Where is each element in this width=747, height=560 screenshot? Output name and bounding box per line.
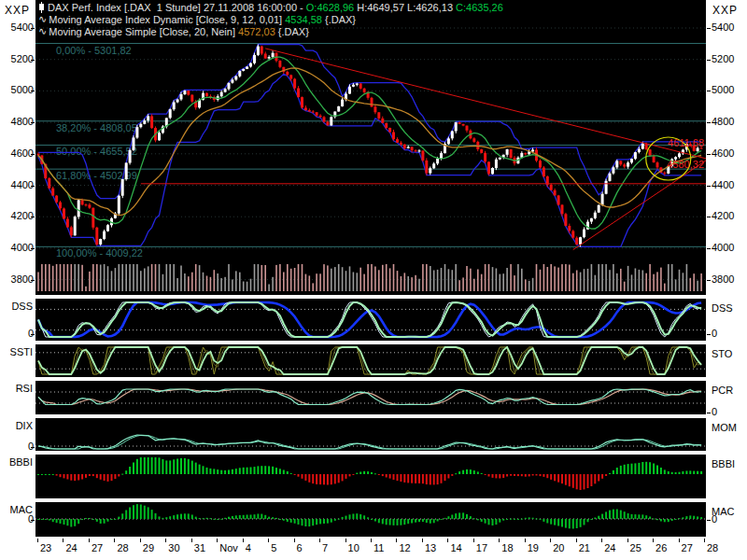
panel-label-left: DIX xyxy=(16,420,33,431)
y-axis-label: 3800 xyxy=(712,273,734,285)
time-axis-tick xyxy=(627,539,628,542)
zero-label: 0 xyxy=(28,513,34,525)
axis-tick xyxy=(31,248,35,249)
time-axis-label: 29 xyxy=(143,542,154,553)
indicator-panel-dix[interactable] xyxy=(35,418,706,451)
time-axis-label: 18 xyxy=(501,542,513,553)
panel-label-right: PCR xyxy=(712,385,733,396)
zero-label: 0 xyxy=(712,328,717,339)
time-axis-tick xyxy=(345,539,346,542)
y-axis-label: 5200 xyxy=(712,53,734,64)
legend-text: O:4628,96 xyxy=(306,2,354,13)
time-axis-tick xyxy=(165,539,166,542)
axis-tick xyxy=(707,91,711,91)
legend-row: ∿Moving Average Index Dynamic [Close, 9,… xyxy=(37,13,503,25)
legend-text: {.DAX} xyxy=(322,14,356,25)
time-axis-label: 28 xyxy=(117,542,128,553)
time-axis-tick xyxy=(217,539,218,542)
time-axis-tick xyxy=(525,539,526,542)
y-axis-label: 4600 xyxy=(712,147,734,159)
time-axis-tick xyxy=(371,539,372,542)
legend-row: ∿Moving Average Simple [Close, 20, Nein]… xyxy=(37,25,503,37)
axis-tick xyxy=(31,447,35,448)
indicator-panel-rsi[interactable] xyxy=(35,381,706,414)
time-axis-label: 27 xyxy=(682,542,693,553)
axis-tick xyxy=(31,217,35,217)
svg-text:4580,32: 4580,32 xyxy=(667,159,704,170)
time-axis-tick xyxy=(422,539,423,542)
time-axis-tick xyxy=(679,539,680,542)
indicator-panel-mac[interactable] xyxy=(35,502,706,537)
time-axis-tick xyxy=(653,539,654,542)
svg-text:4611,68: 4611,68 xyxy=(668,137,704,148)
y-axis-label: 4800 xyxy=(712,116,734,127)
time-axis-label: 20 xyxy=(553,542,564,553)
svg-text:0,00% - 5301,82: 0,00% - 5301,82 xyxy=(56,45,132,56)
time-axis-tick xyxy=(37,539,38,542)
y-axis-label: 4000 xyxy=(11,242,34,253)
corner-label-right: XXP xyxy=(712,4,738,17)
axis-tick xyxy=(707,154,711,155)
time-axis-tick xyxy=(396,539,397,542)
panel-label-left: SSTI xyxy=(10,346,33,357)
time-axis-tick xyxy=(576,539,577,542)
axis-tick xyxy=(31,91,35,91)
legend-text: Moving Average Simple [Close, 20, Nein] xyxy=(49,26,238,37)
wave-icon: ∿ xyxy=(38,13,47,25)
panel-label-left: DSS xyxy=(11,301,33,312)
zero-label: 0 xyxy=(712,406,717,417)
time-axis-label: 7 xyxy=(322,542,328,553)
axis-tick xyxy=(707,186,711,187)
legend-text: C:4635,26 xyxy=(456,2,503,13)
time-axis-label: 28 xyxy=(707,542,718,553)
panel-label-left: BBBI xyxy=(9,456,33,468)
corner-label-left: XXP xyxy=(5,4,30,17)
y-axis-label: 4000 xyxy=(712,242,734,253)
price-chart-canvas[interactable]: 0,00% - 5301,8238,20% - 4808,0550,00% - … xyxy=(35,0,706,295)
time-axis-label: 11 xyxy=(374,542,384,553)
chart-legend: DAX Perf. Index [.DAX 1 Stunde] 27.11.20… xyxy=(37,1,503,37)
main-price-panel[interactable]: DAX Perf. Index [.DAX 1 Stunde] 27.11.20… xyxy=(35,0,706,295)
legend-text: Moving Average Index Dynamic [Close, 9, … xyxy=(49,14,285,25)
indicator-panel-dss[interactable] xyxy=(35,299,706,341)
axis-tick xyxy=(31,520,35,521)
axis-tick xyxy=(707,28,711,29)
y-axis-label: 5400 xyxy=(712,21,734,33)
time-axis-label: 14 xyxy=(450,542,461,553)
time-axis-tick xyxy=(319,539,320,542)
chart-application-window: XXP XXP 54005200500048004600440042004000… xyxy=(0,0,747,560)
time-axis-tick xyxy=(704,539,705,542)
time-axis-label: 24 xyxy=(604,542,615,553)
time-axis-tick xyxy=(601,539,602,542)
y-axis-label: 5400 xyxy=(11,21,34,33)
y-axis-label: 4400 xyxy=(712,179,734,190)
indicator-panel-ssti[interactable] xyxy=(35,344,706,377)
y-axis-label: 5200 xyxy=(11,53,34,64)
time-axis-tick xyxy=(268,539,269,542)
zero-label: 0 xyxy=(28,328,34,339)
time-axis-label: 12 xyxy=(399,542,410,553)
time-axis-tick xyxy=(63,539,63,542)
time-axis-tick xyxy=(243,539,244,542)
time-axis-label: 10 xyxy=(348,542,359,553)
axis-tick xyxy=(707,280,711,281)
time-axis-label: 24 xyxy=(65,542,77,553)
time-axis-label: 6 xyxy=(297,542,303,553)
time-axis-tick xyxy=(140,539,141,542)
svg-text:38,20% - 4808,05: 38,20% - 4808,05 xyxy=(56,122,137,133)
legend-text: {.DAX} xyxy=(275,26,309,37)
time-axis-tick xyxy=(499,539,500,542)
panel-label-left: RSI xyxy=(16,383,33,394)
y-axis-label: 5000 xyxy=(712,84,734,95)
axis-tick xyxy=(707,60,711,61)
panel-label-right: MOM xyxy=(712,422,737,433)
y-axis-label: 5000 xyxy=(11,84,34,95)
time-axis-label: 19 xyxy=(528,542,539,553)
time-axis-tick xyxy=(191,539,192,542)
y-axis-label: 3800 xyxy=(11,273,34,285)
time-axis-label: 27 xyxy=(92,542,103,553)
candlestick-icon xyxy=(38,2,45,13)
svg-text:50,00% - 4655,52: 50,00% - 4655,52 xyxy=(56,146,137,157)
indicator-panel-bbbi[interactable] xyxy=(35,455,706,498)
panel-label-right: DSS xyxy=(712,302,733,314)
